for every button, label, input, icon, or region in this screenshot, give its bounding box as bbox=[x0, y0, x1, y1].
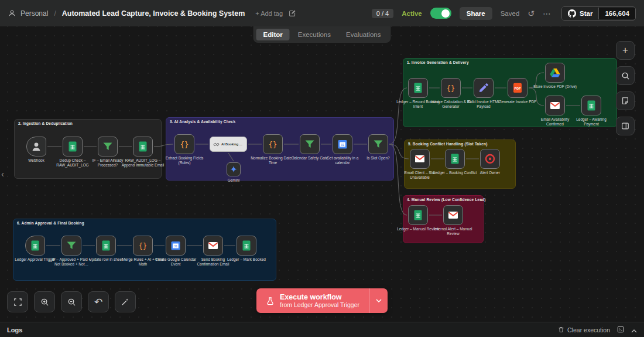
code-icon[interactable]: {} bbox=[133, 236, 153, 256]
sheets-icon[interactable] bbox=[25, 236, 45, 256]
open-logs-panel-icon[interactable] bbox=[617, 326, 624, 334]
alert-icon[interactable] bbox=[480, 149, 500, 169]
canvas-bottom-toolbar: ↶ bbox=[7, 291, 136, 312]
zoom-out-button[interactable] bbox=[61, 291, 82, 312]
code-icon[interactable]: {} bbox=[174, 134, 194, 154]
execute-label: Execute workflow bbox=[280, 293, 359, 301]
node-internal-alert-manual-review[interactable]: Internal Alert – Manual Review bbox=[430, 205, 476, 236]
filter-icon[interactable] bbox=[61, 236, 81, 256]
logs-title: Logs bbox=[7, 326, 22, 333]
tab-editor[interactable]: Editor bbox=[256, 29, 290, 40]
layout-panel-button[interactable] bbox=[616, 117, 635, 135]
code-icon[interactable]: {} bbox=[441, 78, 461, 98]
node-is-slot-open[interactable]: Is Slot Open? bbox=[355, 134, 401, 161]
node-store-invoice-pdf-drive[interactable]: Store Invoice PDF (Drive) bbox=[532, 63, 578, 89]
clear-execution-label: Clear execution bbox=[567, 326, 610, 333]
flask-icon bbox=[266, 297, 275, 305]
sheets-icon[interactable] bbox=[96, 236, 116, 256]
execute-main[interactable]: Execute workflow from Ledger Approval Tr… bbox=[256, 288, 369, 313]
more-menu-icon[interactable]: ⋯ bbox=[543, 9, 551, 18]
gmail-icon[interactable] bbox=[443, 205, 463, 225]
canvas-right-toolbar: + bbox=[616, 41, 635, 135]
calendar-icon[interactable]: 31 bbox=[166, 236, 186, 256]
sheets-icon[interactable] bbox=[445, 149, 465, 169]
tidy-up-button[interactable] bbox=[115, 291, 136, 312]
execute-sublabel: from Ledger Approval Trigger bbox=[280, 301, 359, 308]
svg-text:31: 31 bbox=[174, 244, 177, 248]
gmail-icon[interactable] bbox=[545, 96, 565, 115]
share-button[interactable]: Share bbox=[460, 7, 492, 20]
sheets-icon[interactable] bbox=[237, 236, 256, 256]
workflow-canvas[interactable]: 1. Invoice Generation & DeliveryLedger –… bbox=[0, 0, 644, 337]
svg-text:PDF: PDF bbox=[515, 87, 522, 90]
logs-bar[interactable]: Logs Clear execution bbox=[0, 322, 644, 337]
workflow-title[interactable]: Automated Lead Capture, Invoice & Bookin… bbox=[62, 9, 245, 18]
pencil-icon[interactable] bbox=[474, 78, 494, 98]
active-toggle[interactable] bbox=[430, 8, 451, 19]
top-bar: Personal / Automated Lead Capture, Invoi… bbox=[0, 0, 644, 26]
sheets-icon[interactable] bbox=[408, 205, 428, 225]
github-star-count[interactable]: 166,604 bbox=[598, 8, 635, 19]
node-ledger-mark-booked[interactable]: Ledger – Mark Booked bbox=[224, 236, 269, 262]
rename-icon[interactable] bbox=[289, 9, 296, 17]
filter-icon[interactable] bbox=[368, 134, 388, 154]
zoom-in-button[interactable] bbox=[34, 291, 55, 312]
code-icon[interactable]: {} bbox=[263, 134, 283, 154]
drive-icon[interactable] bbox=[545, 63, 565, 83]
chevron-up-icon[interactable] bbox=[631, 326, 637, 334]
gmail-icon[interactable] bbox=[203, 236, 223, 256]
github-star-label: Star bbox=[580, 10, 592, 17]
filter-icon[interactable] bbox=[300, 134, 320, 154]
node-extract-booking-fields-rules[interactable]: {}Extract Booking Fields (Rules) bbox=[162, 134, 207, 165]
node-gemini[interactable]: Gemini bbox=[211, 162, 256, 183]
sheets-icon[interactable] bbox=[133, 137, 153, 156]
sticky-note-button[interactable] bbox=[616, 91, 635, 110]
node-ledger-awaiting-payment[interactable]: Ledger – Awaiting Payment bbox=[568, 96, 614, 127]
node-label: RAW_AUDIT_LOG – Append Immutable Email bbox=[120, 158, 166, 168]
link-icon[interactable]: AI Booking Extraction… bbox=[210, 137, 247, 152]
header-actions: 0 / 4 Active Share Saved ↺ ⋯ Star 166,60… bbox=[372, 6, 636, 21]
node-label: Ledger – Mark Booked bbox=[224, 257, 269, 262]
node-label: Alert Owner bbox=[467, 171, 513, 175]
svg-text:{}: {} bbox=[139, 242, 147, 250]
node-label: Extract Booking Fields (Rules) bbox=[162, 156, 207, 165]
node-alert-owner[interactable]: Alert Owner bbox=[467, 149, 513, 175]
node-ai-booking-extraction[interactable]: AI Booking Extraction… bbox=[210, 137, 247, 152]
svg-text:{}: {} bbox=[447, 84, 455, 93]
node-label: Gemini bbox=[211, 178, 256, 183]
trash-icon bbox=[558, 326, 564, 333]
node-label: Ledger – Awaiting Payment bbox=[568, 117, 614, 127]
gmail-icon[interactable] bbox=[410, 149, 430, 169]
gemini-icon[interactable] bbox=[227, 162, 241, 176]
sheets-icon[interactable] bbox=[63, 137, 83, 156]
filter-icon[interactable] bbox=[98, 137, 118, 156]
active-label: Active bbox=[402, 10, 422, 17]
svg-text:31: 31 bbox=[341, 143, 344, 147]
fit-view-button[interactable] bbox=[7, 291, 28, 312]
sheets-icon[interactable] bbox=[408, 78, 428, 98]
collapse-left-panel-icon[interactable]: ‹ bbox=[1, 169, 4, 179]
connections-layer bbox=[0, 0, 644, 337]
clear-execution-button[interactable]: Clear execution bbox=[558, 326, 610, 333]
node-raw-audit-log-append-immutable-email[interactable]: RAW_AUDIT_LOG – Append Immutable Email bbox=[120, 137, 166, 168]
add-node-button[interactable]: + bbox=[616, 41, 635, 60]
tab-evaluations[interactable]: Evaluations bbox=[339, 29, 388, 40]
pdf-icon[interactable]: PDF bbox=[508, 78, 527, 98]
project-breadcrumb[interactable]: Personal bbox=[20, 9, 48, 18]
calendar-icon[interactable]: 31 bbox=[333, 134, 352, 154]
svg-text:{}: {} bbox=[269, 141, 277, 149]
sheets-icon[interactable] bbox=[581, 96, 601, 115]
n8n-app: 1. Invoice Generation & DeliveryLedger –… bbox=[0, 0, 644, 337]
github-widget: Star 166,604 bbox=[561, 6, 636, 21]
execute-workflow-button[interactable]: Execute workflow from Ledger Approval Tr… bbox=[256, 288, 388, 313]
view-tabs: Editor Executions Evaluations bbox=[254, 26, 391, 43]
person-icon[interactable] bbox=[26, 137, 46, 156]
search-button[interactable] bbox=[616, 66, 635, 85]
add-tag-button[interactable]: + Add tag bbox=[255, 10, 283, 17]
undo-button[interactable]: ↶ bbox=[88, 291, 109, 312]
tab-executions[interactable]: Executions bbox=[291, 29, 338, 40]
github-star-button[interactable]: Star bbox=[562, 7, 598, 20]
person-icon bbox=[8, 9, 16, 17]
history-icon[interactable]: ↺ bbox=[527, 9, 535, 18]
execute-options-dropdown[interactable] bbox=[369, 288, 388, 313]
